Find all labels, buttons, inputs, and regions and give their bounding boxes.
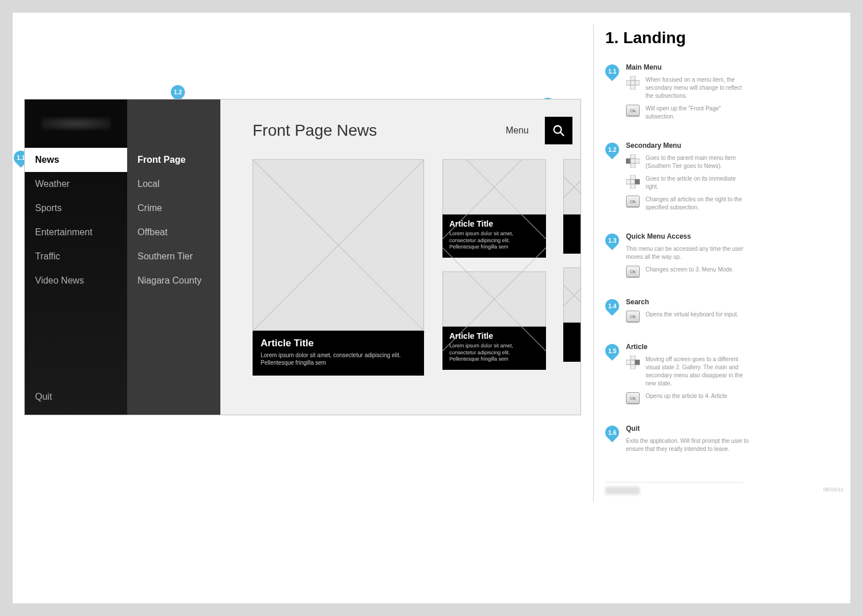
note-marker: 1.4 (602, 296, 622, 316)
svg-rect-20 (635, 360, 640, 365)
list-item[interactable]: Article Title Lorem ipsum dolor sit amet… (442, 159, 546, 258)
footer-rule (605, 482, 743, 483)
svg-rect-17 (631, 355, 635, 360)
note-item: 1.4 Search Ok Opens the virtual keyboard… (605, 298, 749, 327)
dpad-icon (626, 76, 640, 90)
main-menu-item-news[interactable]: News (25, 148, 127, 172)
quit-button[interactable]: Quit (35, 392, 52, 402)
secondary-menu-item-offbeat[interactable]: Offbeat (127, 220, 220, 244)
ok-key-icon: Ok (626, 392, 640, 404)
content-body: Article Title Lorem ipsum dolor sit amet… (253, 159, 581, 415)
svg-rect-4 (631, 81, 635, 85)
article-image (563, 159, 581, 215)
note-row: Ok Will open up the "Front Page" subsect… (626, 105, 749, 121)
search-button[interactable] (545, 117, 572, 144)
article-title: Article Title (449, 219, 539, 228)
svg-rect-2 (631, 76, 635, 81)
page-title: Front Page News (253, 121, 506, 140)
note-item: 1.3 Quick Menu Access This menu can be a… (605, 232, 749, 282)
note-row-text: Will open up the "Front Page" subsection… (646, 105, 749, 121)
notes-divider (593, 24, 594, 502)
article-image (442, 159, 546, 215)
lead-article-title: Article Title (261, 338, 416, 349)
dpad-icon (626, 175, 640, 189)
secondary-menu-item-front-page[interactable]: Front Page (127, 148, 220, 172)
note-item: 1.1 Main Menu When focused on a menu ite… (605, 63, 749, 125)
note-row: Moving off screen goes to a different vi… (626, 355, 749, 388)
article-summary: Lorem ipsum dolor sit amet, consectetur … (449, 231, 539, 251)
footer-logo-placeholder (605, 487, 640, 495)
side-article-list: Article Title Lorem ipsum dolor sit amet… (442, 159, 546, 370)
article-title: Article Title (449, 331, 539, 340)
note-row-text: When focused on a menu item, the seconda… (646, 76, 749, 100)
logo-placeholder (41, 117, 110, 130)
note-heading: Search (626, 298, 749, 306)
svg-rect-13 (626, 179, 631, 184)
ok-key-icon: Ok (626, 196, 640, 207)
note-row: Goes to the article on its immediate rig… (626, 175, 749, 191)
svg-rect-3 (626, 81, 631, 85)
main-menu-item-entertainment[interactable]: Entertainment (25, 220, 127, 244)
note-row: Ok Changes all articles on the right to … (626, 196, 749, 212)
secondary-menu-item-local[interactable]: Local (127, 172, 220, 196)
main-menu-item-sports[interactable]: Sports (25, 196, 127, 220)
ok-key-icon: Ok (626, 266, 640, 277)
note-item: 1.2 Secondary Menu Goes to the parent ma… (605, 141, 749, 216)
article-summary: Lorem ipsum dolor sit amet, consectetur … (449, 343, 539, 363)
edge-article-list (563, 159, 581, 362)
note-item: 1.5 Article Moving off screen goes to a … (605, 343, 749, 408)
svg-line-1 (560, 132, 564, 136)
note-heading: Quick Menu Access (626, 232, 749, 240)
note-marker: 1.6 (602, 423, 622, 442)
note-marker: 1.2 (602, 140, 622, 159)
ok-key-icon: Ok (626, 105, 640, 116)
note-row: Ok Opens the virtual keyboard for input. (626, 311, 749, 322)
secondary-menu-item-southern-tier[interactable]: Southern Tier (127, 244, 220, 269)
main-menu-item-video-news[interactable]: Video News (25, 269, 127, 293)
secondary-menu-item-niagara-county[interactable]: Niagara County (127, 269, 220, 293)
list-item[interactable] (563, 159, 581, 254)
note-heading: Article (626, 343, 749, 351)
lead-article-summary: Lorem ipsum dolor sit amet, consectetur … (261, 351, 416, 366)
article-caption-clipped (563, 323, 581, 362)
secondary-menu-list: Front Page Local Crime Offbeat Southern … (127, 100, 220, 293)
main-menu: News Weather Sports Entertainment Traffi… (25, 100, 127, 415)
lead-article[interactable]: Article Title Lorem ipsum dolor sit amet… (253, 159, 424, 376)
note-row: Ok Opens up the article to 4. Article (626, 392, 749, 404)
note-heading: Quit (626, 424, 749, 433)
lead-article-caption: Article Title Lorem ipsum dolor sit amet… (253, 331, 424, 376)
list-item[interactable]: Article Title Lorem ipsum dolor sit amet… (442, 271, 546, 370)
note-heading: Secondary Menu (626, 141, 749, 150)
main-menu-item-weather[interactable]: Weather (25, 172, 127, 196)
main-menu-item-traffic[interactable]: Traffic (25, 244, 127, 269)
note-marker: 1.5 (602, 341, 622, 361)
search-icon (552, 124, 565, 137)
svg-rect-11 (631, 163, 635, 168)
svg-rect-7 (631, 154, 635, 159)
note-row-text: Moving off screen goes to a different vi… (646, 355, 749, 388)
quick-menu-button[interactable]: Menu (506, 125, 529, 136)
dpad-icon (626, 154, 640, 168)
list-item[interactable] (563, 267, 581, 362)
note-row-text: Changes screen to 3. Menu Mode. (646, 266, 749, 274)
app-mockup-frame: News Weather Sports Entertainment Traffi… (24, 99, 581, 415)
notes-panel: 1. Landing 1.1 Main Menu When focused on… (605, 29, 749, 474)
svg-rect-9 (631, 159, 635, 163)
article-caption-clipped (563, 215, 581, 254)
svg-rect-8 (626, 159, 631, 163)
svg-rect-16 (631, 184, 635, 189)
note-row-text: Opens up the article to 4. Article (646, 392, 749, 400)
footer-date: 05/16/12 (823, 487, 843, 492)
article-caption: Article Title Lorem ipsum dolor sit amet… (442, 215, 546, 258)
note-row-text: Goes to the article on its immediate rig… (646, 175, 749, 191)
article-image (563, 267, 581, 323)
notes-title: 1. Landing (605, 29, 749, 47)
svg-rect-6 (631, 85, 635, 90)
svg-rect-15 (635, 179, 640, 184)
article-caption: Article Title Lorem ipsum dolor sit amet… (442, 327, 546, 370)
svg-rect-10 (635, 159, 640, 163)
svg-rect-19 (631, 360, 635, 365)
note-description: This menu can be accessed any time the u… (626, 245, 749, 261)
secondary-menu-item-crime[interactable]: Crime (127, 196, 220, 220)
note-row-text: Goes to the parent main menu item (South… (646, 154, 749, 170)
